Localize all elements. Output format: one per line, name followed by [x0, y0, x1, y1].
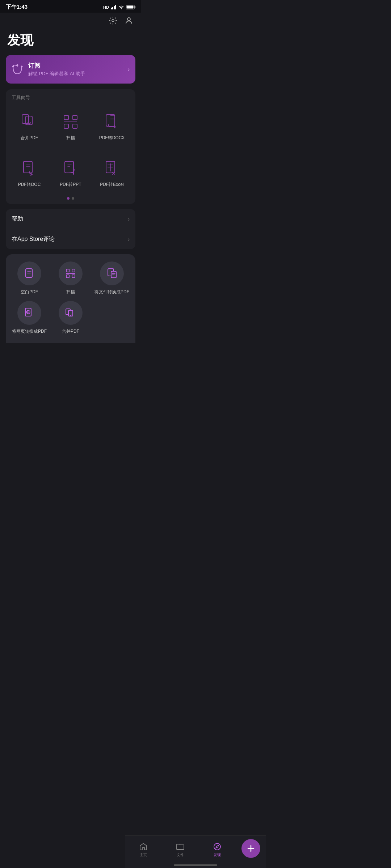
tool-pdf-doc-label: PDF转DOC [18, 182, 41, 188]
tools-section: 工具向导 合并PDF [6, 89, 135, 204]
quick-panel: 空白PDF 扫描 [6, 254, 135, 343]
wifi-icon [118, 5, 124, 9]
svg-rect-3 [115, 5, 116, 9]
svg-rect-30 [72, 275, 75, 278]
menu-appstore-arrow: › [128, 236, 130, 243]
tool-pdf-doc[interactable]: PDF转DOC [9, 153, 50, 193]
quick-scan-label: 扫描 [66, 289, 75, 295]
quick-grid-row1: 空白PDF 扫描 [12, 261, 130, 295]
menu-appstore[interactable]: 在App Store评论 › [6, 229, 135, 249]
signal-icon [111, 5, 117, 9]
svg-point-8 [127, 18, 130, 21]
menu-help-arrow: › [128, 216, 130, 222]
tool-pdf-excel-label: PDF转Excel [100, 182, 123, 188]
svg-rect-27 [66, 269, 69, 272]
svg-rect-15 [73, 115, 77, 120]
quick-webpage-pdf[interactable]: 将网页转换成PDF [12, 301, 47, 335]
tool-pdf-docx[interactable]: PDF转DOCX [91, 107, 133, 146]
subscription-subtitle: 解锁 PDF 编辑器和 AI 助手 [28, 71, 123, 77]
svg-rect-29 [66, 275, 69, 278]
quick-convert-to-pdf[interactable]: 将文件转换成PDF [94, 261, 130, 295]
quick-blank-pdf[interactable]: 空白PDF [12, 261, 47, 295]
svg-rect-17 [73, 124, 77, 128]
settings-button[interactable] [108, 16, 118, 26]
tool-pdf-ppt-label: PDF转PPT [60, 182, 81, 188]
tool-pdf-ppt[interactable]: PDF转PPT [50, 153, 91, 193]
svg-rect-39 [68, 310, 73, 316]
svg-point-7 [112, 20, 114, 22]
quick-merge-pdf[interactable]: 合并PDF [53, 301, 88, 335]
svg-rect-21 [65, 161, 73, 173]
svg-rect-0 [111, 8, 112, 9]
svg-rect-5 [135, 6, 135, 8]
quick-scan[interactable]: 扫描 [53, 261, 88, 295]
profile-button[interactable] [124, 16, 134, 26]
menu-appstore-label: 在App Store评论 [12, 235, 55, 243]
tool-pdf-docx-label: PDF转DOCX [99, 135, 125, 141]
svg-point-11 [21, 65, 23, 67]
quick-webpage-pdf-label: 将网页转换成PDF [12, 328, 47, 335]
svg-rect-19 [106, 115, 115, 126]
menu-section: 帮助 › 在App Store评论 › [6, 209, 135, 249]
subscription-icon [12, 64, 23, 75]
tools-grid-page2: PDF转DOC PDF转PPT [6, 149, 135, 196]
svg-rect-14 [64, 115, 68, 120]
svg-rect-2 [114, 6, 115, 9]
svg-point-10 [17, 64, 18, 66]
tool-scan-label: 扫描 [66, 135, 75, 141]
tools-grid-page1: 合并PDF 扫描 [6, 102, 135, 149]
quick-merge-pdf-label: 合并PDF [62, 328, 79, 335]
svg-rect-33 [111, 271, 116, 278]
top-bar [0, 13, 141, 27]
status-icons: HD [103, 5, 135, 9]
battery-icon [126, 5, 135, 9]
tool-scan[interactable]: 扫描 [50, 107, 91, 146]
status-bar: 下午1:43 HD [0, 0, 141, 13]
subscription-arrow: › [128, 66, 130, 73]
tools-section-header: 工具向导 [6, 89, 135, 102]
quick-convert-to-pdf-label: 将文件转换成PDF [94, 289, 129, 295]
svg-rect-6 [127, 6, 134, 9]
hd-icon: HD [103, 5, 109, 9]
subscription-banner[interactable]: 订阅 解锁 PDF 编辑器和 AI 助手 › [6, 55, 135, 84]
quick-empty [94, 301, 130, 335]
subscription-title: 订阅 [28, 61, 123, 70]
menu-help-label: 帮助 [12, 215, 23, 223]
page-dot-2[interactable] [72, 197, 74, 200]
tool-pdf-excel[interactable]: PDF转Excel [91, 153, 133, 193]
svg-rect-28 [72, 269, 75, 272]
svg-rect-20 [24, 161, 32, 173]
svg-rect-1 [112, 7, 113, 9]
menu-help[interactable]: 帮助 › [6, 209, 135, 229]
tool-merge-pdf-label: 合并PDF [21, 135, 38, 141]
tool-merge-pdf[interactable]: 合并PDF [9, 107, 50, 146]
svg-point-9 [12, 65, 14, 67]
quick-blank-pdf-label: 空白PDF [21, 289, 38, 295]
page-title: 发现 [0, 27, 141, 55]
status-time: 下午1:43 [6, 4, 28, 10]
page-dot-1[interactable] [67, 197, 70, 200]
pagination [6, 196, 135, 204]
svg-rect-16 [64, 124, 68, 128]
quick-grid-row2: 将网页转换成PDF 合并PDF [12, 301, 130, 335]
